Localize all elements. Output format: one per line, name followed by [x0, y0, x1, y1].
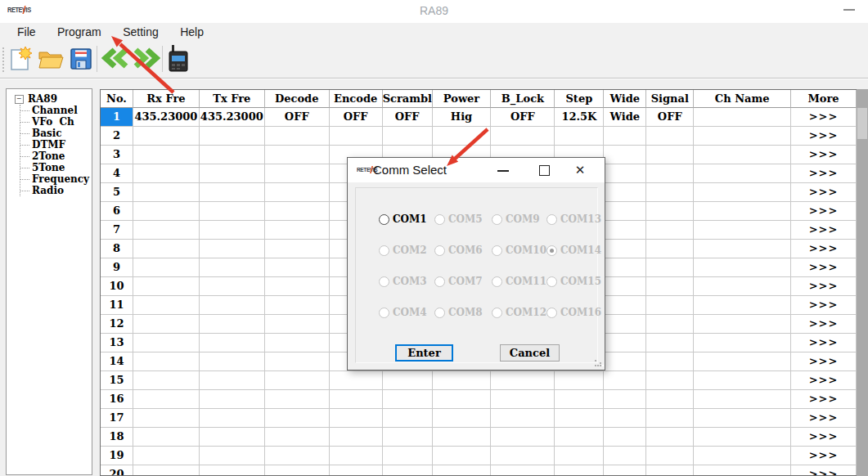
table-cell[interactable] — [604, 390, 646, 409]
table-cell[interactable]: 435.23000 — [133, 108, 200, 127]
row-number-cell[interactable]: 20 — [101, 465, 133, 476]
table-cell[interactable] — [133, 371, 200, 390]
more-cell[interactable]: >>> — [791, 164, 857, 183]
table-cell[interactable] — [604, 146, 646, 164]
table-cell[interactable]: OFF — [491, 108, 555, 127]
table-scrollbar[interactable] — [857, 89, 868, 476]
table-cell[interactable] — [265, 183, 330, 202]
table-cell[interactable]: 12.5K — [555, 108, 604, 127]
table-cell[interactable] — [694, 371, 791, 390]
dialog-resize-grip[interactable] — [600, 365, 601, 366]
table-cell[interactable] — [694, 108, 791, 127]
row-number-cell[interactable]: 15 — [101, 371, 133, 390]
table-cell[interactable] — [433, 390, 492, 409]
table-cell[interactable]: OFF — [265, 108, 330, 127]
table-cell[interactable] — [265, 334, 330, 353]
table-cell[interactable] — [604, 465, 646, 476]
more-cell[interactable]: >>> — [791, 277, 857, 296]
table-cell[interactable] — [133, 258, 200, 277]
table-cell[interactable] — [200, 277, 265, 296]
table-cell[interactable] — [133, 164, 200, 183]
table-cell[interactable] — [265, 164, 330, 183]
table-cell[interactable] — [555, 127, 604, 146]
table-cell[interactable] — [491, 465, 555, 476]
table-cell[interactable]: OFF — [330, 108, 383, 127]
table-cell[interactable] — [646, 164, 694, 183]
table-cell[interactable] — [604, 315, 646, 334]
table-cell[interactable] — [555, 465, 604, 476]
sidebar-item-radio[interactable]: Radio — [20, 185, 92, 196]
table-cell[interactable] — [265, 390, 330, 409]
table-cell[interactable]: 435.23000 — [200, 108, 265, 127]
table-cell[interactable] — [646, 371, 694, 390]
table-cell[interactable] — [646, 221, 694, 240]
table-cell[interactable] — [694, 353, 791, 371]
row-number-cell[interactable]: 12 — [101, 315, 133, 334]
table-cell[interactable] — [646, 447, 694, 465]
more-cell[interactable]: >>> — [791, 127, 857, 146]
sidebar-item-frequency[interactable]: Frequency — [20, 173, 92, 185]
table-cell[interactable] — [433, 465, 492, 476]
table-cell[interactable] — [133, 202, 200, 221]
table-cell[interactable] — [200, 146, 265, 164]
more-cell[interactable]: >>> — [791, 353, 857, 371]
table-cell[interactable] — [265, 146, 330, 164]
table-cell[interactable] — [200, 465, 265, 476]
table-cell[interactable] — [604, 409, 646, 428]
table-cell[interactable] — [265, 296, 330, 315]
table-cell[interactable] — [604, 428, 646, 447]
table-cell[interactable]: OFF — [646, 108, 694, 127]
sidebar-item-vfo-ch[interactable]: VFo Ch — [20, 116, 92, 128]
row-number-cell[interactable]: 7 — [101, 221, 133, 240]
table-cell[interactable] — [604, 127, 646, 146]
enter-button[interactable]: Enter — [395, 344, 453, 361]
table-cell[interactable] — [200, 315, 265, 334]
table-cell[interactable] — [133, 465, 200, 476]
table-cell[interactable] — [200, 221, 265, 240]
table-cell[interactable] — [646, 296, 694, 315]
sidebar-item-dtmf[interactable]: DTMF — [20, 139, 92, 150]
save-file-icon[interactable] — [67, 45, 95, 73]
table-cell[interactable] — [491, 127, 555, 146]
table-cell[interactable] — [646, 353, 694, 371]
open-file-icon[interactable] — [37, 45, 65, 73]
more-cell[interactable]: >>> — [791, 258, 857, 277]
menu-program[interactable]: Program — [48, 23, 110, 41]
more-cell[interactable]: >>> — [791, 390, 857, 409]
table-cell[interactable] — [491, 371, 555, 390]
table-cell[interactable] — [133, 315, 200, 334]
more-cell[interactable]: >>> — [791, 315, 857, 334]
menu-file[interactable]: File — [8, 23, 45, 41]
table-cell[interactable] — [646, 428, 694, 447]
table-cell[interactable] — [646, 127, 694, 146]
table-cell[interactable] — [694, 447, 791, 465]
more-cell[interactable]: >>> — [791, 221, 857, 240]
dialog-minimize-button[interactable] — [492, 158, 515, 182]
window-minimize-button[interactable] — [843, 9, 855, 11]
table-cell[interactable] — [694, 409, 791, 428]
table-cell[interactable] — [265, 315, 330, 334]
table-cell[interactable] — [200, 296, 265, 315]
read-from-radio-icon[interactable] — [101, 45, 133, 73]
table-cell[interactable] — [604, 164, 646, 183]
table-cell[interactable] — [694, 164, 791, 183]
table-cell[interactable] — [133, 428, 200, 447]
table-cell[interactable] — [433, 127, 492, 146]
table-cell[interactable] — [694, 465, 791, 476]
table-cell[interactable] — [646, 409, 694, 428]
menu-setting[interactable]: Setting — [114, 23, 168, 41]
table-cell[interactable] — [200, 371, 265, 390]
sidebar-item-channel[interactable]: Channel — [20, 105, 92, 116]
table-cell[interactable]: Wide — [604, 108, 646, 127]
table-cell[interactable] — [265, 277, 330, 296]
table-cell[interactable] — [694, 334, 791, 353]
table-cell[interactable] — [694, 277, 791, 296]
row-number-cell[interactable]: 9 — [101, 258, 133, 277]
cancel-button[interactable]: Cancel — [500, 344, 560, 361]
more-cell[interactable]: >>> — [791, 409, 857, 428]
table-cell[interactable] — [694, 221, 791, 240]
row-number-cell[interactable]: 5 — [101, 183, 133, 202]
sidebar-item-basic[interactable]: Basic — [20, 128, 92, 139]
table-cell[interactable] — [133, 353, 200, 371]
table-cell[interactable] — [330, 390, 383, 409]
